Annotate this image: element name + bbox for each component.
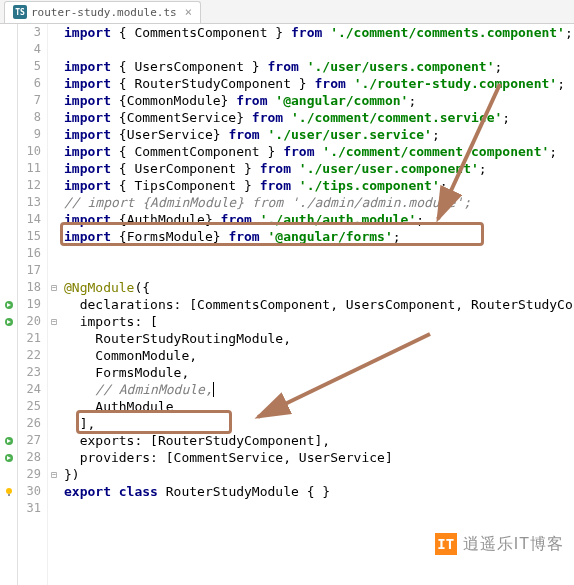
fold-toggle: [48, 58, 60, 75]
code-line[interactable]: import { RouterStudyComponent } from './…: [64, 75, 574, 92]
code-line[interactable]: declarations: [CommentsComponent, UsersC…: [64, 296, 574, 313]
line-number: 20: [18, 313, 41, 330]
fold-toggle[interactable]: ⊟: [48, 279, 60, 296]
gutter-marker: [0, 75, 17, 92]
code-line[interactable]: @NgModule({: [64, 279, 574, 296]
fold-toggle: [48, 500, 60, 517]
code-line[interactable]: import { CommentComponent } from './comm…: [64, 143, 574, 160]
code-line[interactable]: import {FormsModule} from '@angular/form…: [64, 228, 574, 245]
code-line[interactable]: providers: [CommentService, UserService]: [64, 449, 574, 466]
fold-toggle: [48, 415, 60, 432]
code-line[interactable]: FormsModule,: [64, 364, 574, 381]
line-number: 8: [18, 109, 41, 126]
code-line[interactable]: import {UserService} from './user/user.s…: [64, 126, 574, 143]
line-number: 25: [18, 398, 41, 415]
line-number: 6: [18, 75, 41, 92]
code-line[interactable]: imports: [: [64, 313, 574, 330]
fold-toggle[interactable]: ⊟: [48, 466, 60, 483]
watermark: IT 逍遥乐IT博客: [435, 533, 564, 555]
gutter-marker: [0, 41, 17, 58]
code-line[interactable]: import {AuthModule} from './auth/auth.mo…: [64, 211, 574, 228]
gutter-marker: [0, 347, 17, 364]
code-area[interactable]: import { CommentsComponent } from './com…: [60, 24, 574, 585]
line-number: 10: [18, 143, 41, 160]
code-line[interactable]: CommonModule,: [64, 347, 574, 364]
gutter-marker: [0, 398, 17, 415]
line-number: 19: [18, 296, 41, 313]
fold-toggle: [48, 330, 60, 347]
line-number: 11: [18, 160, 41, 177]
close-tab-icon[interactable]: ×: [185, 5, 192, 19]
code-line[interactable]: import { UserComponent } from './user/us…: [64, 160, 574, 177]
tab-bar: TS router-study.module.ts ×: [0, 0, 574, 24]
gutter-marker: [0, 313, 17, 330]
code-line[interactable]: RouterStudyRoutingModule,: [64, 330, 574, 347]
fold-toggle: [48, 24, 60, 41]
fold-toggle: [48, 228, 60, 245]
code-line[interactable]: exports: [RouterStudyComponent],: [64, 432, 574, 449]
gutter-marker: [0, 364, 17, 381]
fold-toggle: [48, 381, 60, 398]
gutter-marker: [0, 466, 17, 483]
code-editor[interactable]: 3456789101112131415161718192021222324252…: [0, 24, 574, 585]
code-line[interactable]: // AdminModule,: [64, 381, 574, 398]
code-line[interactable]: AuthModule: [64, 398, 574, 415]
gutter-marker: [0, 381, 17, 398]
line-number: 13: [18, 194, 41, 211]
fold-toggle: [48, 432, 60, 449]
line-number: 3: [18, 24, 41, 41]
code-line[interactable]: import {CommonModule} from '@angular/com…: [64, 92, 574, 109]
fold-toggle: [48, 262, 60, 279]
fold-toggle: [48, 177, 60, 194]
gutter-marker: [0, 483, 17, 500]
code-line[interactable]: }): [64, 466, 574, 483]
code-line[interactable]: [64, 500, 574, 517]
line-number: 15: [18, 228, 41, 245]
gutter-marker: [0, 296, 17, 313]
gutter-marker: [0, 109, 17, 126]
code-line[interactable]: export class RouterStudyModule { }: [64, 483, 574, 500]
code-line[interactable]: [64, 262, 574, 279]
line-number: 18: [18, 279, 41, 296]
gutter-marker: [0, 58, 17, 75]
fold-toggle: [48, 109, 60, 126]
gutter-marker: [0, 143, 17, 160]
code-line[interactable]: ],: [64, 415, 574, 432]
file-tab[interactable]: TS router-study.module.ts ×: [4, 1, 201, 23]
gutter-marker: [0, 245, 17, 262]
code-line[interactable]: [64, 41, 574, 58]
line-number: 7: [18, 92, 41, 109]
line-number: 16: [18, 245, 41, 262]
line-number: 31: [18, 500, 41, 517]
fold-toggle: [48, 92, 60, 109]
fold-toggle: [48, 364, 60, 381]
line-number: 21: [18, 330, 41, 347]
code-line[interactable]: [64, 245, 574, 262]
code-line[interactable]: import { UsersComponent } from './user/u…: [64, 58, 574, 75]
gutter-marker: [0, 126, 17, 143]
line-number: 17: [18, 262, 41, 279]
fold-toggle: [48, 398, 60, 415]
line-number: 27: [18, 432, 41, 449]
watermark-text: 逍遥乐IT博客: [463, 534, 564, 555]
code-line[interactable]: import {CommentService} from './comment/…: [64, 109, 574, 126]
fold-toggle: [48, 245, 60, 262]
line-number: 22: [18, 347, 41, 364]
line-number: 26: [18, 415, 41, 432]
fold-toggle: [48, 211, 60, 228]
marker-gutter: [0, 24, 18, 585]
fold-toggle: [48, 483, 60, 500]
code-line[interactable]: import { CommentsComponent } from './com…: [64, 24, 574, 41]
line-number: 14: [18, 211, 41, 228]
fold-toggle: [48, 449, 60, 466]
line-number: 30: [18, 483, 41, 500]
fold-toggle: [48, 143, 60, 160]
tab-filename: router-study.module.ts: [31, 6, 177, 19]
code-line[interactable]: // import {AdminModule} from './admin/ad…: [64, 194, 574, 211]
code-line[interactable]: import { TipsComponent } from './tips.co…: [64, 177, 574, 194]
gutter-marker: [0, 262, 17, 279]
fold-toggle[interactable]: ⊟: [48, 313, 60, 330]
line-number: 23: [18, 364, 41, 381]
line-number: 4: [18, 41, 41, 58]
line-number: 29: [18, 466, 41, 483]
